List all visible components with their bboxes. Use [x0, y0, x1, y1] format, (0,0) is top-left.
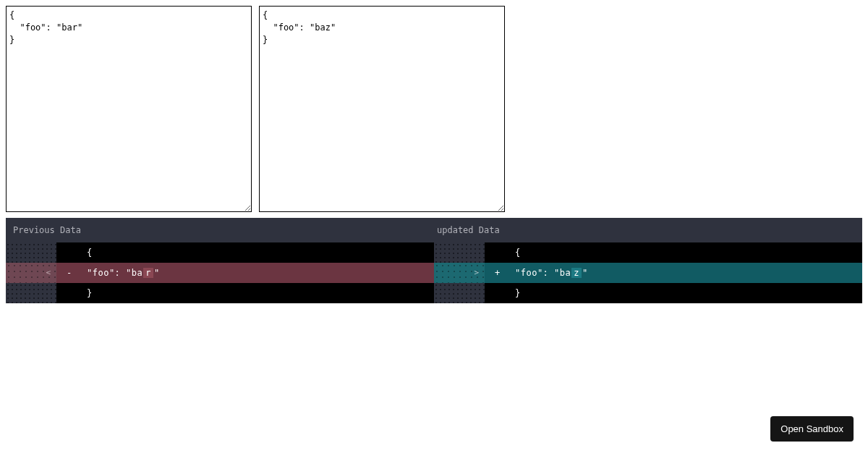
diff-line: {: [87, 242, 93, 263]
diff-gutter: [434, 283, 485, 303]
diff-line: }: [87, 283, 93, 303]
open-sandbox-button[interactable]: Open Sandbox: [770, 416, 854, 442]
diff-viewer: Previous Data updated Data { {: [6, 218, 862, 303]
diff-gutter: [434, 242, 485, 263]
previous-data-textarea[interactable]: [6, 6, 252, 212]
diff-minus-sign: -: [67, 263, 74, 283]
diff-header-previous: Previous Data: [13, 225, 434, 235]
diff-gutter-added: >: [434, 263, 485, 283]
diff-gutter: [6, 242, 56, 263]
updated-data-textarea[interactable]: [259, 6, 505, 212]
diff-gutter: [6, 283, 56, 303]
diff-line: }: [515, 283, 521, 303]
diff-line: {: [515, 242, 521, 263]
diff-gutter-removed: <: [6, 263, 56, 283]
diff-line-removed: "foo": "bar": [87, 263, 160, 283]
diff-plus-sign: +: [495, 263, 502, 283]
diff-line-added: "foo": "baz": [515, 263, 588, 283]
diff-header-updated: updated Data: [434, 225, 855, 235]
